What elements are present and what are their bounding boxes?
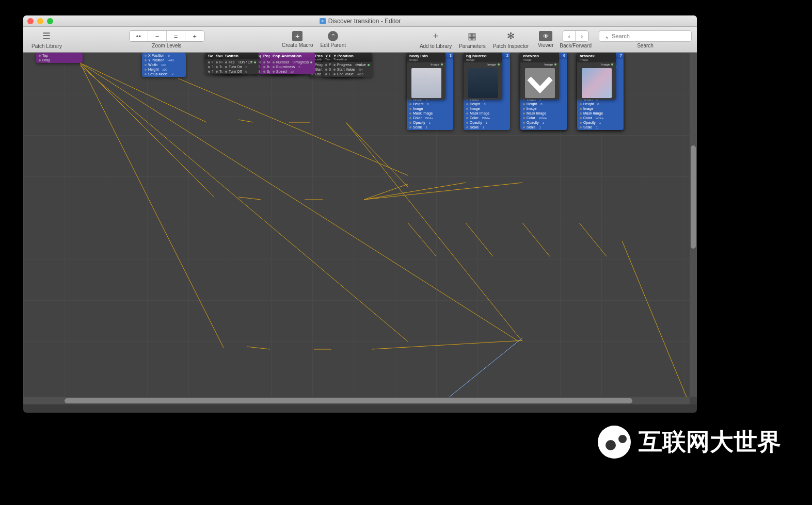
svg-line-12	[364, 183, 466, 200]
interaction-node[interactable]: TapDrag	[36, 53, 83, 63]
forward-button[interactable]: ›	[576, 31, 588, 41]
parameters-button[interactable]: ▦ Parameters	[456, 29, 489, 50]
image-node[interactable]: artworkImage Image	[577, 53, 616, 100]
svg-line-19	[522, 223, 550, 256]
svg-line-21	[622, 241, 689, 403]
editor-window: ≡ Discover transition - Editor ☰ Patch L…	[23, 15, 697, 413]
switch-node[interactable]: Switch Flip0On / OffTurn On0Turn Off0	[222, 53, 259, 74]
edit-parent-button[interactable]: ⌃ Edit Parent	[317, 30, 349, 49]
layer-node[interactable]: X Position0Y Position-441Width100Height1…	[142, 53, 186, 77]
svg-line-9	[238, 197, 261, 200]
list-icon: ☰	[40, 30, 53, 42]
image-node[interactable]: body infoImage Image	[407, 53, 445, 100]
image-node[interactable]: bg blurredImage Image	[464, 53, 502, 100]
scrollbar-vertical[interactable]	[690, 53, 697, 397]
back-button[interactable]: ‹	[563, 31, 576, 41]
window-title: Discover transition - Editor	[328, 18, 401, 25]
svg-line-4	[80, 66, 408, 341]
zoom-out-button[interactable]: −	[148, 31, 167, 41]
eye-icon: 👁	[539, 31, 552, 41]
create-macro-button[interactable]: + Create Macro	[279, 30, 316, 49]
add-to-library-button[interactable]: + Add to Library	[417, 29, 455, 50]
plus-icon: +	[429, 30, 442, 42]
nav-segment: ‹ ›	[563, 30, 588, 42]
zoom-in-button[interactable]: +	[185, 31, 204, 41]
svg-line-20	[579, 223, 607, 256]
svg-line-13	[364, 183, 522, 200]
canvas[interactable]: TapDrag X Position0Y Position-441Width10…	[23, 53, 697, 404]
patch-library-button[interactable]: ☰ Patch Library	[28, 29, 65, 50]
zoom-icon[interactable]	[47, 18, 53, 24]
zoom-fit-button[interactable]: ••	[130, 31, 148, 41]
gear-icon: ✻	[505, 30, 517, 42]
plus-icon: +	[292, 31, 302, 41]
pop-animation-node[interactable]: Pop Animation Number0ProgressBounciness5…	[270, 53, 315, 74]
svg-line-7	[346, 122, 408, 187]
svg-line-8	[346, 122, 522, 341]
wechat-icon	[598, 426, 631, 459]
svg-line-17	[408, 223, 436, 256]
svg-line-11	[364, 184, 408, 200]
watermark: 互联网大世界	[598, 426, 781, 459]
svg-line-5	[238, 120, 253, 122]
zoom-segment: •• − = +	[129, 30, 204, 42]
svg-line-14	[247, 347, 270, 349]
svg-line-23	[441, 338, 522, 403]
svg-line-1	[80, 63, 214, 197]
svg-line-16	[372, 340, 522, 349]
search-input[interactable]	[599, 30, 692, 42]
svg-line-2	[80, 63, 224, 348]
toolbar: ☰ Patch Library •• − = + Zoom Levels + C…	[23, 27, 697, 53]
chevron-up-icon: ⌃	[328, 31, 338, 41]
viewer-button[interactable]: 👁 Viewer	[533, 30, 559, 49]
patch-inspector-button[interactable]: ✻ Patch Inspector	[490, 29, 532, 50]
scrollbar-horizontal[interactable]	[23, 397, 690, 404]
svg-line-22	[178, 78, 408, 175]
svg-line-18	[466, 223, 493, 256]
zoom-reset-button[interactable]: =	[167, 31, 185, 41]
grid-icon: ▦	[466, 30, 479, 42]
titlebar[interactable]: ≡ Discover transition - Editor	[23, 15, 697, 27]
transition-node[interactable]: Y PositionTransition Progress0ValueStart…	[331, 53, 372, 77]
close-icon[interactable]	[27, 18, 34, 24]
image-node[interactable]: chevronImage Image	[520, 53, 559, 100]
minimize-icon[interactable]	[37, 18, 43, 24]
document-icon: ≡	[320, 18, 326, 24]
